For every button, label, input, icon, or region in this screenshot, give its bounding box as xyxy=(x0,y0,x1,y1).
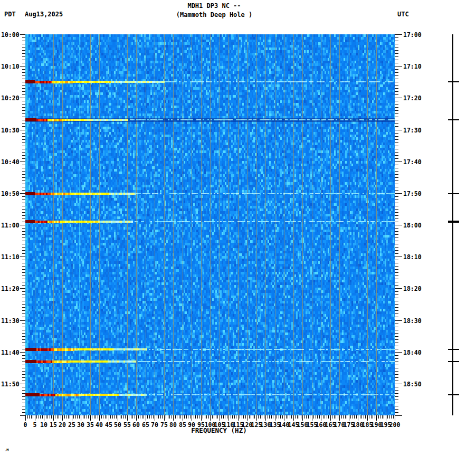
event-time-tick xyxy=(448,361,459,362)
freq-minor-tick xyxy=(375,415,375,419)
freq-minor-tick xyxy=(389,415,390,419)
right-time-label: 17:40 xyxy=(403,158,422,166)
right-minor-tick xyxy=(395,349,398,349)
event-time-tick xyxy=(448,394,459,395)
left-major-tick xyxy=(20,162,25,162)
right-major-tick xyxy=(395,384,402,384)
right-major-tick xyxy=(395,66,402,66)
left-minor-tick xyxy=(22,126,25,127)
left-minor-tick xyxy=(22,72,25,73)
left-minor-tick xyxy=(22,69,25,70)
left-minor-tick xyxy=(22,228,25,229)
right-time-label: 17:20 xyxy=(403,94,422,102)
right-minor-tick xyxy=(395,285,398,286)
left-major-tick xyxy=(20,34,25,35)
freq-minor-tick xyxy=(151,415,151,419)
freq-major-tick xyxy=(302,415,303,421)
left-minor-tick xyxy=(22,314,25,314)
freq-minor-tick xyxy=(243,415,244,419)
freq-minor-tick xyxy=(336,415,336,419)
left-time-label: 11:20 xyxy=(1,285,20,292)
freq-minor-tick xyxy=(223,415,224,419)
freq-minor-tick xyxy=(180,415,181,419)
freq-minor-tick xyxy=(77,415,78,419)
spectrogram-heatmap xyxy=(25,34,395,415)
left-minor-tick xyxy=(22,266,25,267)
right-minor-tick xyxy=(395,260,398,260)
right-minor-tick xyxy=(395,212,398,213)
freq-minor-tick xyxy=(129,415,129,419)
left-minor-tick xyxy=(22,47,25,48)
left-minor-tick xyxy=(22,174,25,175)
right-minor-tick xyxy=(395,139,398,140)
freq-major-tick xyxy=(146,415,146,421)
freq-major-tick xyxy=(321,415,321,421)
right-minor-tick xyxy=(395,387,398,387)
left-minor-tick xyxy=(22,406,25,406)
left-minor-tick xyxy=(22,139,25,140)
freq-minor-tick xyxy=(280,415,281,419)
right-minor-tick xyxy=(395,215,398,216)
freq-minor-tick xyxy=(153,415,154,419)
left-minor-tick xyxy=(22,60,25,60)
right-minor-tick xyxy=(395,244,398,244)
right-minor-tick xyxy=(395,330,398,330)
left-minor-tick xyxy=(22,396,25,397)
left-minor-tick xyxy=(22,250,25,251)
freq-minor-tick xyxy=(361,415,362,419)
right-minor-tick xyxy=(395,187,398,187)
freq-major-tick xyxy=(367,415,368,421)
left-time-label: 10:50 xyxy=(1,190,20,197)
right-minor-tick xyxy=(395,400,398,400)
left-major-tick xyxy=(20,384,25,384)
left-minor-tick xyxy=(22,244,25,244)
right-minor-tick xyxy=(395,381,398,381)
freq-minor-tick xyxy=(268,415,268,419)
freq-minor-tick xyxy=(371,415,372,419)
freq-minor-tick xyxy=(199,415,199,419)
event-time-tick xyxy=(448,119,459,120)
right-minor-tick xyxy=(395,269,398,270)
freq-minor-tick xyxy=(350,415,351,419)
right-minor-tick xyxy=(395,88,398,89)
freq-major-tick xyxy=(395,415,395,421)
freq-minor-tick xyxy=(172,415,172,419)
right-minor-tick xyxy=(395,123,398,124)
left-minor-tick xyxy=(22,368,25,368)
freq-minor-tick xyxy=(251,415,251,419)
right-minor-tick xyxy=(395,301,398,301)
freq-minor-tick xyxy=(147,415,148,419)
left-minor-tick xyxy=(22,269,25,270)
right-minor-tick xyxy=(395,272,398,273)
right-minor-tick xyxy=(395,165,398,165)
left-minor-tick xyxy=(22,330,25,330)
freq-minor-tick xyxy=(290,415,290,419)
freq-minor-tick xyxy=(190,415,191,419)
right-minor-tick xyxy=(395,374,398,375)
right-minor-tick xyxy=(395,63,398,63)
right-major-tick xyxy=(395,288,402,289)
left-time-label: 10:20 xyxy=(1,94,20,102)
freq-minor-tick xyxy=(328,415,329,419)
freq-major-tick xyxy=(201,415,202,421)
left-minor-tick xyxy=(22,339,25,340)
left-minor-tick xyxy=(22,327,25,327)
left-time-label: 10:00 xyxy=(1,31,20,39)
right-minor-tick xyxy=(395,346,398,346)
freq-minor-tick xyxy=(378,415,379,419)
freq-minor-tick xyxy=(304,415,305,419)
left-minor-tick xyxy=(22,349,25,349)
freq-minor-tick xyxy=(277,415,277,419)
left-minor-tick xyxy=(22,263,25,263)
freq-minor-tick xyxy=(279,415,279,419)
right-minor-tick xyxy=(395,294,398,295)
right-minor-tick xyxy=(395,371,398,372)
left-minor-tick xyxy=(22,206,25,206)
right-minor-tick xyxy=(395,47,398,48)
left-minor-tick xyxy=(22,307,25,308)
freq-minor-tick xyxy=(345,415,346,419)
freq-minor-tick xyxy=(269,415,270,419)
timezone-right-label: UTC xyxy=(397,11,409,18)
freq-minor-tick xyxy=(319,415,320,419)
freq-minor-tick xyxy=(112,415,113,419)
